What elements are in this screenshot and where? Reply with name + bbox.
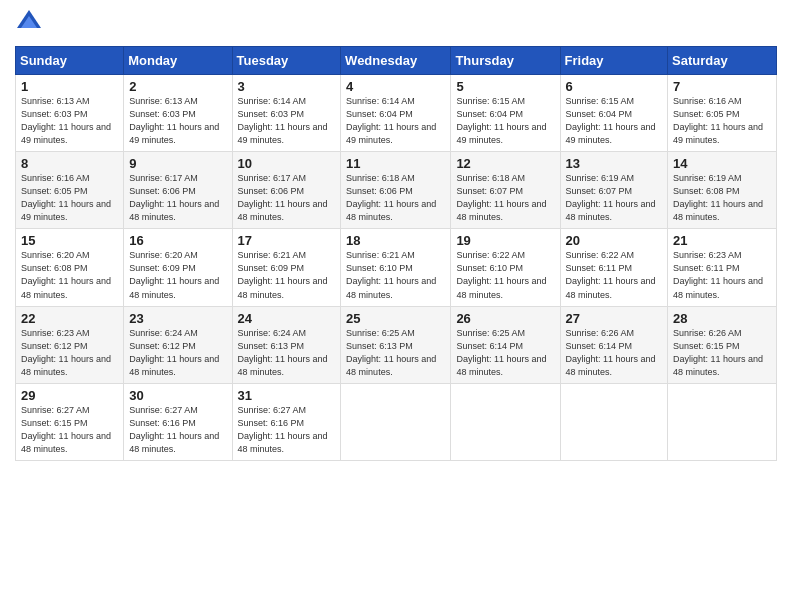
calendar-cell: 28Sunrise: 6:26 AM Sunset: 6:15 PM Dayli… [668,306,777,383]
day-info: Sunrise: 6:13 AM Sunset: 6:03 PM Dayligh… [129,95,226,147]
calendar-cell: 29Sunrise: 6:27 AM Sunset: 6:15 PM Dayli… [16,383,124,460]
logo [15,10,47,38]
day-number: 5 [456,79,554,94]
day-number: 28 [673,311,771,326]
day-info: Sunrise: 6:23 AM Sunset: 6:11 PM Dayligh… [673,249,771,301]
calendar-cell: 11Sunrise: 6:18 AM Sunset: 6:06 PM Dayli… [341,152,451,229]
calendar-row: 22Sunrise: 6:23 AM Sunset: 6:12 PM Dayli… [16,306,777,383]
header-cell-monday: Monday [124,47,232,75]
day-number: 14 [673,156,771,171]
header-cell-thursday: Thursday [451,47,560,75]
calendar-cell: 27Sunrise: 6:26 AM Sunset: 6:14 PM Dayli… [560,306,668,383]
calendar-cell: 7Sunrise: 6:16 AM Sunset: 6:05 PM Daylig… [668,75,777,152]
calendar-cell: 9Sunrise: 6:17 AM Sunset: 6:06 PM Daylig… [124,152,232,229]
calendar-row: 29Sunrise: 6:27 AM Sunset: 6:15 PM Dayli… [16,383,777,460]
day-number: 24 [238,311,336,326]
calendar-cell: 21Sunrise: 6:23 AM Sunset: 6:11 PM Dayli… [668,229,777,306]
day-info: Sunrise: 6:15 AM Sunset: 6:04 PM Dayligh… [456,95,554,147]
day-number: 31 [238,388,336,403]
day-info: Sunrise: 6:27 AM Sunset: 6:16 PM Dayligh… [238,404,336,456]
day-number: 30 [129,388,226,403]
day-info: Sunrise: 6:13 AM Sunset: 6:03 PM Dayligh… [21,95,118,147]
calendar-cell [341,383,451,460]
day-info: Sunrise: 6:17 AM Sunset: 6:06 PM Dayligh… [129,172,226,224]
day-number: 7 [673,79,771,94]
calendar-table: SundayMondayTuesdayWednesdayThursdayFrid… [15,46,777,461]
day-info: Sunrise: 6:19 AM Sunset: 6:08 PM Dayligh… [673,172,771,224]
header-cell-saturday: Saturday [668,47,777,75]
day-info: Sunrise: 6:20 AM Sunset: 6:09 PM Dayligh… [129,249,226,301]
day-info: Sunrise: 6:20 AM Sunset: 6:08 PM Dayligh… [21,249,118,301]
day-number: 16 [129,233,226,248]
calendar-cell: 3Sunrise: 6:14 AM Sunset: 6:03 PM Daylig… [232,75,341,152]
header [15,10,777,38]
day-info: Sunrise: 6:24 AM Sunset: 6:13 PM Dayligh… [238,327,336,379]
calendar-cell: 19Sunrise: 6:22 AM Sunset: 6:10 PM Dayli… [451,229,560,306]
calendar-cell: 1Sunrise: 6:13 AM Sunset: 6:03 PM Daylig… [16,75,124,152]
day-number: 29 [21,388,118,403]
day-number: 8 [21,156,118,171]
page: SundayMondayTuesdayWednesdayThursdayFrid… [0,0,792,612]
calendar-cell: 25Sunrise: 6:25 AM Sunset: 6:13 PM Dayli… [341,306,451,383]
day-number: 19 [456,233,554,248]
header-cell-friday: Friday [560,47,668,75]
day-number: 10 [238,156,336,171]
calendar-header: SundayMondayTuesdayWednesdayThursdayFrid… [16,47,777,75]
day-info: Sunrise: 6:27 AM Sunset: 6:16 PM Dayligh… [129,404,226,456]
day-info: Sunrise: 6:27 AM Sunset: 6:15 PM Dayligh… [21,404,118,456]
calendar-cell: 12Sunrise: 6:18 AM Sunset: 6:07 PM Dayli… [451,152,560,229]
day-number: 12 [456,156,554,171]
day-number: 4 [346,79,445,94]
calendar-cell: 16Sunrise: 6:20 AM Sunset: 6:09 PM Dayli… [124,229,232,306]
day-number: 27 [566,311,663,326]
day-info: Sunrise: 6:24 AM Sunset: 6:12 PM Dayligh… [129,327,226,379]
day-info: Sunrise: 6:26 AM Sunset: 6:15 PM Dayligh… [673,327,771,379]
day-info: Sunrise: 6:17 AM Sunset: 6:06 PM Dayligh… [238,172,336,224]
day-info: Sunrise: 6:25 AM Sunset: 6:14 PM Dayligh… [456,327,554,379]
day-info: Sunrise: 6:26 AM Sunset: 6:14 PM Dayligh… [566,327,663,379]
day-info: Sunrise: 6:21 AM Sunset: 6:09 PM Dayligh… [238,249,336,301]
day-info: Sunrise: 6:21 AM Sunset: 6:10 PM Dayligh… [346,249,445,301]
calendar-row: 8Sunrise: 6:16 AM Sunset: 6:05 PM Daylig… [16,152,777,229]
calendar-cell: 5Sunrise: 6:15 AM Sunset: 6:04 PM Daylig… [451,75,560,152]
logo-icon [15,8,43,36]
day-number: 6 [566,79,663,94]
day-number: 22 [21,311,118,326]
calendar-row: 1Sunrise: 6:13 AM Sunset: 6:03 PM Daylig… [16,75,777,152]
day-info: Sunrise: 6:16 AM Sunset: 6:05 PM Dayligh… [673,95,771,147]
day-number: 2 [129,79,226,94]
day-number: 9 [129,156,226,171]
calendar-cell: 4Sunrise: 6:14 AM Sunset: 6:04 PM Daylig… [341,75,451,152]
day-info: Sunrise: 6:19 AM Sunset: 6:07 PM Dayligh… [566,172,663,224]
day-info: Sunrise: 6:18 AM Sunset: 6:07 PM Dayligh… [456,172,554,224]
day-info: Sunrise: 6:23 AM Sunset: 6:12 PM Dayligh… [21,327,118,379]
day-number: 18 [346,233,445,248]
calendar-row: 15Sunrise: 6:20 AM Sunset: 6:08 PM Dayli… [16,229,777,306]
calendar-cell: 26Sunrise: 6:25 AM Sunset: 6:14 PM Dayli… [451,306,560,383]
day-info: Sunrise: 6:22 AM Sunset: 6:11 PM Dayligh… [566,249,663,301]
calendar-cell [668,383,777,460]
day-info: Sunrise: 6:22 AM Sunset: 6:10 PM Dayligh… [456,249,554,301]
calendar-cell: 20Sunrise: 6:22 AM Sunset: 6:11 PM Dayli… [560,229,668,306]
calendar-cell [560,383,668,460]
day-number: 20 [566,233,663,248]
day-number: 1 [21,79,118,94]
day-info: Sunrise: 6:14 AM Sunset: 6:03 PM Dayligh… [238,95,336,147]
calendar-cell: 6Sunrise: 6:15 AM Sunset: 6:04 PM Daylig… [560,75,668,152]
day-info: Sunrise: 6:18 AM Sunset: 6:06 PM Dayligh… [346,172,445,224]
calendar-cell: 14Sunrise: 6:19 AM Sunset: 6:08 PM Dayli… [668,152,777,229]
day-number: 21 [673,233,771,248]
day-number: 23 [129,311,226,326]
header-cell-tuesday: Tuesday [232,47,341,75]
day-number: 3 [238,79,336,94]
calendar-cell: 30Sunrise: 6:27 AM Sunset: 6:16 PM Dayli… [124,383,232,460]
day-info: Sunrise: 6:14 AM Sunset: 6:04 PM Dayligh… [346,95,445,147]
calendar-cell: 24Sunrise: 6:24 AM Sunset: 6:13 PM Dayli… [232,306,341,383]
calendar-body: 1Sunrise: 6:13 AM Sunset: 6:03 PM Daylig… [16,75,777,461]
header-cell-sunday: Sunday [16,47,124,75]
calendar-cell: 22Sunrise: 6:23 AM Sunset: 6:12 PM Dayli… [16,306,124,383]
calendar-cell: 23Sunrise: 6:24 AM Sunset: 6:12 PM Dayli… [124,306,232,383]
day-number: 15 [21,233,118,248]
day-number: 26 [456,311,554,326]
calendar-cell: 13Sunrise: 6:19 AM Sunset: 6:07 PM Dayli… [560,152,668,229]
